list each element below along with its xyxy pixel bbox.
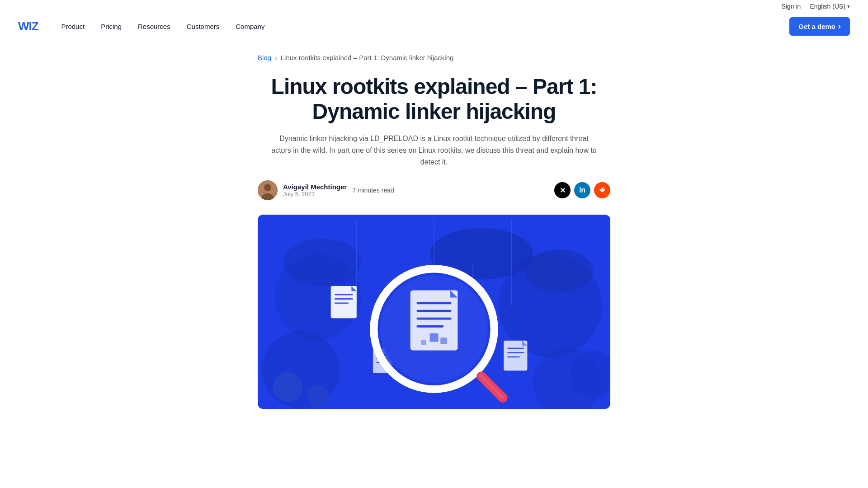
- top-bar: Sign in English (US): [0, 0, 868, 13]
- article-title: Linux rootkits explained – Part 1: Dynam…: [258, 74, 610, 124]
- social-links: ✕ in: [554, 182, 610, 198]
- logo-text: WIZ: [18, 19, 38, 33]
- avatar: [258, 180, 278, 200]
- nav-item-pricing[interactable]: Pricing: [93, 13, 130, 40]
- nav-item-customers[interactable]: Customers: [179, 13, 228, 40]
- nav-links: Product Pricing Resources Customers Comp…: [53, 13, 789, 40]
- avatar-image: [258, 180, 278, 200]
- breadcrumb-current: Linux rootkits explained – Part 1: Dynam…: [281, 54, 454, 61]
- reddit-icon: [598, 185, 606, 195]
- author-row: Avigayil Mechtinger July 5, 2023 7 minut…: [258, 180, 610, 200]
- svg-point-48: [273, 372, 303, 402]
- author-name: Avigayil Mechtinger: [283, 183, 347, 191]
- author-info: Avigayil Mechtinger July 5, 2023 7 minut…: [258, 180, 394, 200]
- article-subtitle: Dynamic linker hijacking via LD_PRELOAD …: [271, 133, 597, 168]
- breadcrumb-separator: ›: [275, 54, 277, 61]
- x-icon: ✕: [560, 186, 566, 195]
- nav-item-company[interactable]: Company: [227, 13, 273, 40]
- main-content: Blog › Linux rootkits explained – Part 1…: [249, 40, 619, 409]
- svg-point-11: [283, 239, 361, 286]
- navbar: WIZ· Product Pricing Resources Customers…: [0, 13, 868, 40]
- nav-item-product[interactable]: Product: [53, 13, 93, 40]
- language-selector[interactable]: English (US): [810, 3, 850, 10]
- avatar-svg: [258, 180, 278, 200]
- author-date: July 5, 2023: [283, 191, 347, 197]
- get-demo-button[interactable]: Get a demo: [789, 17, 850, 36]
- nav-item-resources[interactable]: Resources: [130, 13, 179, 40]
- hero-illustration: [258, 215, 610, 409]
- linkedin-icon: in: [579, 186, 585, 194]
- share-linkedin-button[interactable]: in: [574, 182, 590, 198]
- read-time: 7 minutes read: [352, 187, 394, 194]
- svg-rect-42: [421, 340, 426, 345]
- share-x-button[interactable]: ✕: [554, 182, 571, 198]
- hero-image: [258, 215, 610, 409]
- svg-point-10: [524, 249, 593, 292]
- logo[interactable]: WIZ·: [18, 19, 39, 33]
- share-reddit-button[interactable]: [594, 182, 610, 198]
- signin-link[interactable]: Sign in: [782, 3, 801, 10]
- breadcrumb-blog-link[interactable]: Blog: [258, 54, 271, 61]
- nav-actions: Get a demo: [789, 17, 850, 36]
- author-details: Avigayil Mechtinger July 5, 2023: [283, 183, 347, 197]
- breadcrumb: Blog › Linux rootkits explained – Part 1…: [258, 54, 610, 61]
- svg-rect-41: [440, 338, 447, 344]
- svg-point-49: [307, 385, 329, 407]
- svg-rect-40: [429, 333, 438, 342]
- logo-dot: ·: [38, 24, 40, 29]
- svg-point-1: [264, 184, 271, 191]
